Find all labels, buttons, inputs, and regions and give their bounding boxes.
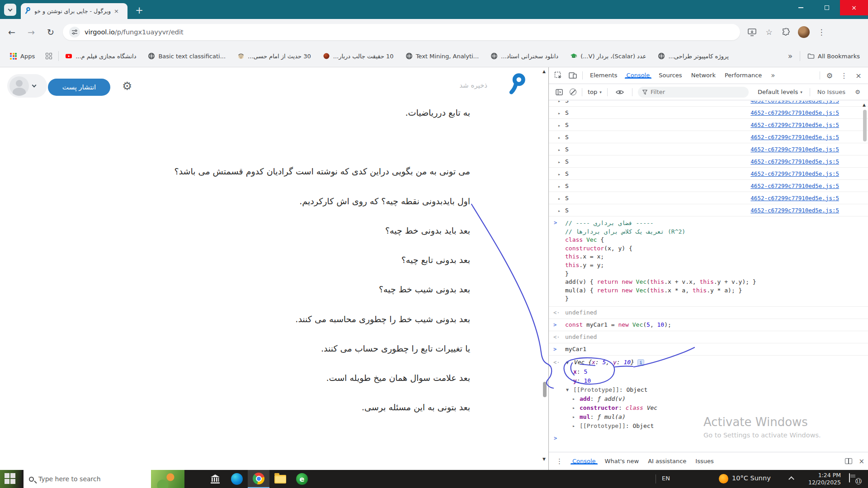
bookmark-item[interactable]: دانلود سخنرانی استاد... [491, 52, 558, 60]
bookmarks-overflow-chevron[interactable]: » [788, 52, 793, 61]
expand-triangle-icon[interactable]: ▸ [558, 184, 561, 189]
object-inspector[interactable]: <· ▼ Vec {x: 5, y: 10}i x: 5y: 10▼[[Prot… [549, 356, 868, 432]
console-log-row[interactable]: ▸S4652-c67299c77910ed5e.js:5 [549, 101, 868, 107]
scroll-up-icon[interactable]: ▲ [542, 69, 546, 74]
source-link[interactable]: 4652-c67299c77910ed5e.js:5 [750, 101, 839, 104]
console-log-row[interactable]: ▸S4652-c67299c77910ed5e.js:5 [549, 107, 868, 119]
scrollbar-thumb[interactable] [543, 382, 547, 397]
drawer-split-panel-icon[interactable] [845, 458, 852, 464]
devtools-tab-console[interactable]: Console [622, 72, 655, 79]
reload-button[interactable]: ↻ [43, 24, 58, 40]
taskbar-app-bank[interactable] [204, 470, 226, 488]
caret-icon[interactable]: ▸ [572, 422, 575, 431]
devtools-kebab-icon[interactable]: ⋮ [837, 70, 851, 81]
settings-gear-icon[interactable]: ⚙ [122, 80, 132, 93]
close-window-button[interactable]: × [840, 0, 868, 15]
issues-counter[interactable]: No Issues [817, 89, 845, 95]
menu-kebab-icon[interactable]: ⋮ [816, 27, 827, 38]
back-button[interactable]: ← [4, 24, 19, 40]
console-result[interactable]: <·undefined [549, 331, 868, 343]
context-selector-dropdown[interactable]: top▾ [588, 89, 602, 95]
source-link[interactable]: 4652-c67299c77910ed5e.js:5 [750, 134, 839, 141]
source-link[interactable]: 4652-c67299c77910ed5e.js:5 [750, 158, 839, 165]
object-property-row[interactable]: y: 10 [549, 376, 868, 385]
console-result[interactable]: <·undefined [549, 307, 868, 319]
object-property-row[interactable]: x: 5 [549, 367, 868, 376]
bookmark-item[interactable]: دانشگاه مجازی فیلم م... [65, 52, 136, 60]
source-link[interactable]: 4652-c67299c77910ed5e.js:5 [750, 207, 839, 214]
inspect-element-icon[interactable] [552, 70, 565, 81]
taskbar-search[interactable]: Type here to search [24, 470, 184, 488]
devtools-tab-sources[interactable]: Sources [654, 72, 686, 79]
devtools-close-icon[interactable]: × [852, 70, 865, 81]
taskbar-app-chrome[interactable] [248, 470, 269, 488]
devtools-tab-network[interactable]: Network [687, 72, 720, 79]
expand-triangle-icon[interactable]: ▸ [558, 101, 561, 103]
devtools-tab-elements[interactable]: Elements [585, 72, 622, 79]
forward-button[interactable]: → [24, 24, 39, 40]
object-property-row[interactable]: ▸[[Prototype]]: Object [549, 422, 868, 431]
clock[interactable]: 1:24 PM 12/20/2025 [803, 472, 841, 486]
console-input[interactable]: >myCar1 [549, 343, 868, 356]
profile-avatar[interactable] [798, 26, 810, 38]
expand-triangle-icon[interactable]: ▸ [558, 196, 561, 201]
caret-icon[interactable]: ▸ [572, 404, 575, 413]
bookmark-star-icon[interactable]: ☆ [764, 27, 774, 38]
bookmark-item[interactable]: 30 حدیث از امام حسی... [237, 52, 311, 60]
console-settings-gear-icon[interactable]: ⚙ [851, 86, 864, 98]
caret-expanded-icon[interactable]: ▼ [566, 360, 569, 365]
caret-icon[interactable]: ▸ [572, 413, 575, 422]
expand-triangle-icon[interactable]: ▸ [558, 111, 561, 116]
device-toolbar-icon[interactable] [566, 70, 580, 81]
bookmark-item[interactable]: 10 حقیقت جالب دربار... [323, 52, 394, 60]
install-app-icon[interactable] [746, 27, 757, 38]
console-log-row[interactable]: ▸S4652-c67299c77910ed5e.js:5 [549, 180, 868, 192]
object-property-row[interactable]: ▸mul: ƒ mul(a) [549, 413, 868, 422]
tab-search-button[interactable] [4, 4, 16, 16]
article-paragraph[interactable]: بعد بتونی به این مسئله برسی. [362, 402, 470, 412]
virgool-logo[interactable] [509, 72, 528, 97]
object-property-row[interactable]: ▸constructor: class Vec [549, 404, 868, 413]
drawer-tab-issues[interactable]: Issues [691, 458, 718, 465]
search-highlight-image[interactable] [151, 470, 184, 488]
caret-icon[interactable]: ▼ [566, 385, 569, 394]
console-log-row[interactable]: ▸S4652-c67299c77910ed5e.js:5 [549, 155, 868, 168]
start-button[interactable] [5, 473, 15, 484]
scroll-up-icon[interactable]: ▲ [863, 103, 866, 107]
console-log-row[interactable]: ▸S4652-c67299c77910ed5e.js:5 [549, 119, 868, 131]
article-paragraph[interactable]: بعد بدونی تابع چیه؟ [401, 255, 470, 265]
expand-triangle-icon[interactable]: ▸ [558, 208, 561, 213]
console-prompt-chevron[interactable]: > [549, 432, 868, 441]
bookmark-item[interactable]: عدد (Scalar)، بردار (V...) [570, 52, 646, 60]
expand-triangle-icon[interactable]: ▸ [558, 160, 561, 164]
weather-text[interactable]: 10°C Sunny [732, 474, 771, 482]
live-expression-eye-icon[interactable] [613, 86, 627, 98]
drawer-tab-ai-assistance[interactable]: AI assistance [643, 458, 691, 465]
taskbar-app-edge[interactable] [226, 470, 248, 488]
bookmark-item[interactable]: Basic text classificati... [148, 52, 226, 60]
scrollbar-thumb[interactable] [863, 110, 867, 141]
more-tabs-chevron[interactable]: » [767, 71, 778, 80]
source-link[interactable]: 4652-c67299c77910ed5e.js:5 [750, 122, 839, 128]
source-link[interactable]: 4652-c67299c77910ed5e.js:5 [750, 146, 839, 153]
reading-list-grid-icon[interactable] [46, 53, 52, 59]
h idden-icons-chevron[interactable] [788, 476, 794, 482]
devtools-tab-performance[interactable]: Performance [720, 72, 766, 79]
object-property-row[interactable]: ▼[[Prototype]]: Object [549, 385, 868, 394]
drawer-tab-console[interactable]: Console [568, 458, 600, 465]
tab-close-icon[interactable]: × [114, 8, 119, 14]
article-paragraph[interactable]: می تونی به من بگویی دراین کدی که نوشته ا… [174, 166, 470, 176]
caret-icon[interactable]: ▸ [572, 394, 575, 404]
console-input[interactable]: >const myCar1 = new Vec(5, 10); [549, 319, 868, 331]
publish-post-button[interactable]: انتشار پست [48, 79, 110, 96]
source-link[interactable]: 4652-c67299c77910ed5e.js:5 [750, 183, 839, 189]
user-avatar-menu[interactable] [7, 74, 47, 98]
expand-triangle-icon[interactable]: ▸ [558, 135, 561, 140]
object-property-row[interactable]: ▸add: ƒ add(v) [549, 394, 868, 404]
all-bookmarks-button[interactable]: All Bookmarks [807, 52, 860, 60]
article-paragraph[interactable]: بعد بدونی شیب خط چیه؟ [379, 284, 470, 294]
article-paragraph[interactable]: به تابع درریاضیات. [405, 108, 470, 117]
new-tab-button[interactable]: + [133, 5, 146, 17]
article-paragraph[interactable]: یا تغییرات تابع را چطوری حساب می کنند. [321, 343, 470, 353]
log-levels-dropdown[interactable]: Default levels▾ [758, 89, 802, 95]
